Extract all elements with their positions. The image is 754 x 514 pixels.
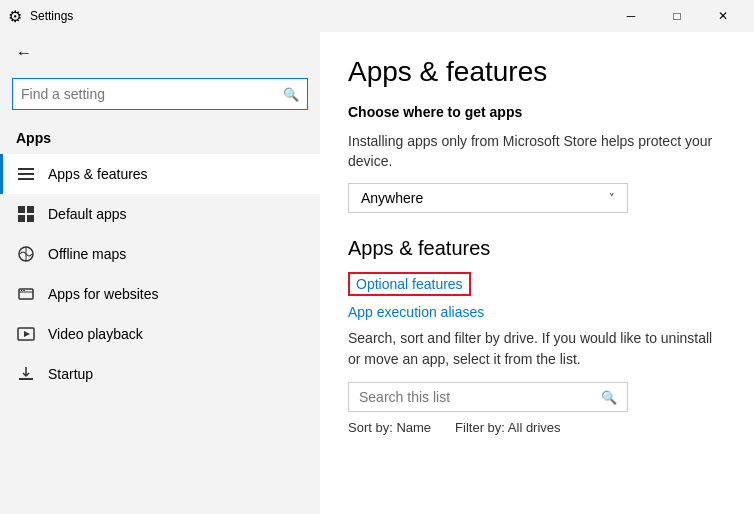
- back-button[interactable]: ←: [0, 32, 320, 74]
- svg-rect-3: [18, 206, 25, 213]
- apps-websites-icon: [16, 284, 36, 304]
- svg-rect-4: [27, 206, 34, 213]
- startup-icon: [16, 364, 36, 384]
- sort-filter-row: Sort by: Name Filter by: All drives: [348, 420, 726, 435]
- window-controls: ─ □ ✕: [608, 0, 746, 32]
- close-button[interactable]: ✕: [700, 0, 746, 32]
- settings-icon: ⚙: [8, 7, 22, 26]
- default-apps-icon: [16, 204, 36, 224]
- back-arrow-icon: ←: [16, 44, 32, 62]
- content-area: Apps & features Choose where to get apps…: [320, 32, 754, 514]
- search-icon: 🔍: [283, 87, 299, 102]
- sidebar-item-label-apps-features: Apps & features: [48, 166, 148, 182]
- choose-section: Choose where to get apps Installing apps…: [348, 104, 726, 213]
- video-playback-icon: [16, 324, 36, 344]
- choose-description: Installing apps only from Microsoft Stor…: [348, 132, 726, 171]
- apps-features-subtitle: Apps & features: [348, 237, 726, 260]
- dropdown-value: Anywhere: [361, 190, 423, 206]
- search-list-input[interactable]: [359, 389, 601, 405]
- source-dropdown[interactable]: Anywhere ˅: [348, 183, 628, 213]
- search-list-icon: 🔍: [601, 390, 617, 405]
- sidebar-item-video-playback[interactable]: Video playback: [0, 314, 320, 354]
- sidebar-item-default-apps[interactable]: Default apps: [0, 194, 320, 234]
- svg-rect-1: [18, 173, 34, 175]
- sidebar-item-label-apps-websites: Apps for websites: [48, 286, 159, 302]
- svg-rect-0: [18, 168, 34, 170]
- sidebar-item-apps-features[interactable]: Apps & features: [0, 154, 320, 194]
- app-body: ← 🔍 Apps Apps & features: [0, 32, 754, 514]
- svg-rect-5: [18, 215, 25, 222]
- filter-label: Filter by: All drives: [455, 420, 560, 435]
- optional-features-link[interactable]: Optional features: [348, 272, 471, 296]
- svg-rect-6: [27, 215, 34, 222]
- sidebar-section-label: Apps: [0, 122, 320, 154]
- svg-rect-15: [19, 378, 33, 380]
- sort-label: Sort by: Name: [348, 420, 431, 435]
- sidebar-item-label-offline-maps: Offline maps: [48, 246, 126, 262]
- svg-marker-14: [24, 331, 30, 337]
- apps-features-icon: [16, 164, 36, 184]
- sidebar-item-label-default-apps: Default apps: [48, 206, 127, 222]
- search-input[interactable]: [21, 86, 283, 102]
- sidebar: ← 🔍 Apps Apps & features: [0, 32, 320, 514]
- offline-maps-icon: [16, 244, 36, 264]
- app-execution-aliases-link[interactable]: App execution aliases: [348, 304, 484, 320]
- minimize-button[interactable]: ─: [608, 0, 654, 32]
- title-bar: ⚙ Settings ─ □ ✕: [0, 0, 754, 32]
- sidebar-item-label-video-playback: Video playback: [48, 326, 143, 342]
- choose-section-title: Choose where to get apps: [348, 104, 726, 120]
- page-title: Apps & features: [348, 56, 726, 88]
- sidebar-item-offline-maps[interactable]: Offline maps: [0, 234, 320, 274]
- sidebar-item-apps-websites[interactable]: Apps for websites: [0, 274, 320, 314]
- svg-point-12: [23, 290, 25, 292]
- svg-point-11: [21, 290, 23, 292]
- chevron-down-icon: ˅: [609, 192, 615, 205]
- sidebar-item-startup[interactable]: Startup: [0, 354, 320, 394]
- sidebar-item-label-startup: Startup: [48, 366, 93, 382]
- maximize-button[interactable]: □: [654, 0, 700, 32]
- svg-rect-2: [18, 178, 34, 180]
- window-title: Settings: [22, 9, 608, 23]
- search-list-box: 🔍: [348, 382, 628, 412]
- apps-search-description: Search, sort and filter by drive. If you…: [348, 328, 726, 370]
- search-box: 🔍: [12, 78, 308, 110]
- apps-features-section: Apps & features Optional features App ex…: [348, 237, 726, 435]
